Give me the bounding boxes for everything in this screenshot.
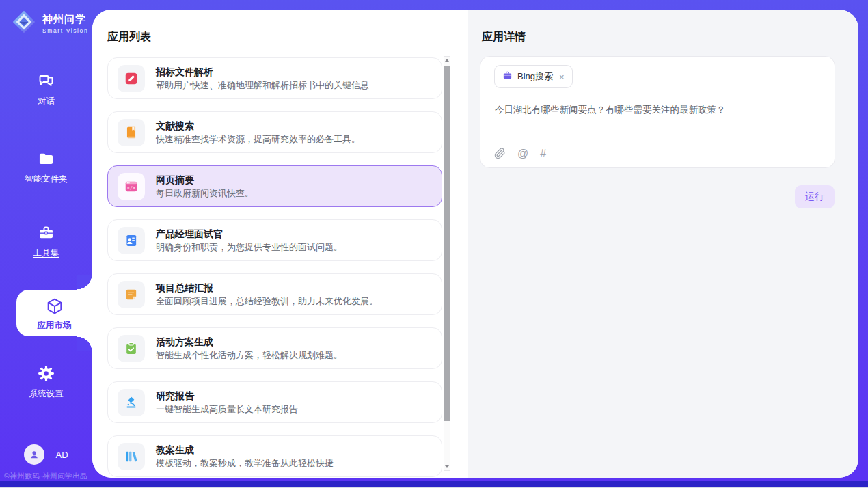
close-icon[interactable]: × bbox=[559, 72, 565, 82]
app-description: 一键智能生成高质量长文本研究报告 bbox=[156, 405, 298, 414]
bottom-bar bbox=[0, 481, 868, 487]
active-tab-curve-top bbox=[77, 275, 92, 290]
app-description: 每日政府新闻资讯快查。 bbox=[156, 189, 254, 198]
app-description: 智能生成个性化活动方案，轻松解决规划难题。 bbox=[156, 351, 342, 360]
app-card[interactable]: 项目总结汇报 全面回顾项目进展，总结经验教训，助力未来优化发展。 bbox=[107, 273, 442, 315]
active-tab-curve-bottom bbox=[77, 336, 92, 351]
app-name: 文献搜索 bbox=[156, 121, 360, 131]
edit-doc-icon bbox=[118, 65, 145, 92]
browser-code-icon: </> bbox=[118, 173, 145, 200]
clipboard-icon bbox=[118, 335, 145, 362]
app-detail-panel: 应用详情 Bing搜索 × 今日湖北有哪些新闻要点？有哪些需要关注的最新政策？ bbox=[468, 10, 858, 478]
app-description: 明确身份和职责，为您提供专业性的面试问题。 bbox=[156, 243, 342, 252]
attachment-icon[interactable] bbox=[494, 148, 506, 159]
folder-icon bbox=[37, 150, 55, 170]
brand-logo: 神州问学 Smart Vision bbox=[11, 9, 88, 38]
book-icon bbox=[118, 119, 145, 146]
scroll-down-arrow[interactable] bbox=[444, 463, 450, 470]
run-button[interactable]: 运行 bbox=[795, 185, 835, 208]
prompt-input-card[interactable]: Bing搜索 × 今日湖北有哪些新闻要点？有哪些需要关注的最新政策？ @ # bbox=[480, 56, 835, 168]
avatar bbox=[24, 444, 44, 465]
note-icon bbox=[118, 281, 145, 308]
app-list-title: 应用列表 bbox=[107, 30, 151, 44]
person-icon bbox=[28, 448, 40, 461]
chat-icon bbox=[37, 72, 55, 92]
sidebar-item-smart-folder[interactable]: 智能文件夹 bbox=[0, 150, 92, 184]
app-name: 教案生成 bbox=[156, 445, 334, 455]
app-card[interactable]: 文献搜索 快速精准查找学术资源，提高研究效率的必备工具。 bbox=[107, 111, 442, 153]
sidebar-item-app-market[interactable]: 应用市场 bbox=[16, 290, 92, 336]
input-toolbar: @ # bbox=[494, 148, 546, 159]
app-card[interactable]: 产品经理面试官 明确身份和职责，为您提供专业性的面试问题。 bbox=[107, 219, 442, 261]
sidebar-item-label: 工具集 bbox=[33, 249, 59, 258]
gem-logo-icon bbox=[11, 9, 37, 38]
app-card[interactable]: 活动方案生成 智能生成个性化活动方案，轻松解决规划难题。 bbox=[107, 327, 442, 369]
books-icon bbox=[118, 443, 145, 470]
user-name: AD bbox=[55, 450, 68, 460]
brand-name: 神州问学 bbox=[42, 13, 88, 26]
app-detail-title: 应用详情 bbox=[482, 30, 526, 44]
tool-tag-bing-search[interactable]: Bing搜索 × bbox=[494, 65, 573, 88]
brand-subtitle: Smart Vision bbox=[42, 27, 88, 34]
app-list: 招标文件解析 帮助用户快速、准确地理解和解析招标书中的关键信息 文献搜索 快速精… bbox=[107, 57, 442, 478]
app-card[interactable]: </> 网页摘要 每日政府新闻资讯快查。 bbox=[107, 165, 442, 207]
scroll-up-arrow[interactable] bbox=[444, 57, 450, 64]
app-name: 网页摘要 bbox=[156, 175, 254, 185]
prompt-text[interactable]: 今日湖北有哪些新闻要点？有哪些需要关注的最新政策？ bbox=[495, 104, 821, 116]
app-description: 全面回顾项目进展，总结经验教训，助力未来优化发展。 bbox=[156, 297, 378, 306]
user-profile[interactable]: AD bbox=[0, 444, 92, 465]
gear-icon bbox=[37, 364, 55, 385]
app-description: 模板驱动，教案秒成，教学准备从此轻松快捷 bbox=[156, 459, 334, 467]
app-name: 产品经理面试官 bbox=[156, 229, 342, 239]
app-name: 研究报告 bbox=[156, 391, 298, 401]
app-description: 帮助用户快速、准确地理解和解析招标书中的关键信息 bbox=[156, 81, 369, 90]
sidebar-item-label: 智能文件夹 bbox=[25, 175, 68, 184]
scrollbar-thumb[interactable] bbox=[444, 66, 450, 421]
sidebar-item-label: 系统设置 bbox=[29, 390, 64, 398]
app-name: 活动方案生成 bbox=[156, 337, 342, 347]
briefcase-icon bbox=[502, 70, 513, 83]
person-doc-icon bbox=[118, 227, 145, 254]
sidebar-item-label: 对话 bbox=[38, 97, 55, 106]
content-area: 应用列表 招标文件解析 帮助用户快速、准确地理解和解析招标书中的关键信息 文献搜… bbox=[92, 10, 858, 478]
research-icon bbox=[118, 389, 145, 416]
sidebar-item-toolset[interactable]: 工具集 bbox=[0, 223, 92, 258]
app-name: 招标文件解析 bbox=[156, 67, 369, 77]
app-card[interactable]: 招标文件解析 帮助用户快速、准确地理解和解析招标书中的关键信息 bbox=[107, 57, 442, 99]
app-description: 快速精准查找学术资源，提高研究效率的必备工具。 bbox=[156, 135, 360, 144]
sidebar-item-settings[interactable]: 系统设置 bbox=[0, 364, 92, 398]
sidebar-item-chat[interactable]: 对话 bbox=[0, 72, 92, 106]
toolbox-icon bbox=[37, 223, 55, 244]
sidebar-item-label: 应用市场 bbox=[38, 321, 72, 330]
app-card[interactable]: 教案生成 模板驱动，教案秒成，教学准备从此轻松快捷 bbox=[107, 435, 442, 477]
app-list-panel: 应用列表 招标文件解析 帮助用户快速、准确地理解和解析招标书中的关键信息 文献搜… bbox=[92, 10, 468, 478]
svg-text:</>: </> bbox=[127, 185, 135, 190]
mention-icon[interactable]: @ bbox=[517, 148, 528, 159]
app-card[interactable]: 研究报告 一键智能生成高质量长文本研究报告 bbox=[107, 381, 442, 423]
cube-icon bbox=[45, 297, 64, 318]
hash-icon[interactable]: # bbox=[540, 148, 546, 159]
tool-tag-label: Bing搜索 bbox=[517, 70, 553, 83]
app-list-scrollbar[interactable] bbox=[444, 56, 450, 471]
app-name: 项目总结汇报 bbox=[156, 283, 378, 293]
sidebar: 神州问学 Smart Vision 对话 智能文件夹 bbox=[0, 0, 92, 488]
copyright-text: ©神州数码·神州问学出品 bbox=[4, 472, 87, 481]
